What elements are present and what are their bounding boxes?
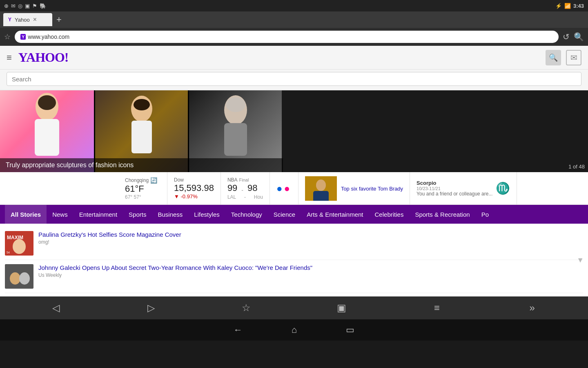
yahoo-favicon-icon: Y [20, 34, 26, 40]
hero-dark-area [282, 90, 588, 172]
dow-value: 15,593.98 [174, 183, 214, 193]
browser-controls: ◁ ▷ ☆ ▣ ≡ » [0, 296, 588, 319]
dow-change: ▼ -0.97% [174, 193, 214, 200]
nba-score-2: 98 [247, 183, 257, 193]
news-source-1: omg! [38, 239, 181, 245]
nba-scores: 99 - 98 [227, 183, 263, 193]
nba-score-1: 99 [227, 183, 237, 193]
address-actions: ↺ 🔍 [563, 32, 584, 42]
scorpio-dates: 10/23-11/21 [416, 186, 492, 191]
header-search-icon: 🔍 [549, 53, 558, 62]
svg-point-5 [134, 99, 150, 110]
browser-forward-button[interactable]: ▷ [142, 299, 160, 317]
svg-point-2 [38, 95, 56, 110]
android-back-button[interactable]: ← [234, 325, 243, 335]
nba-label: NBA Final [227, 177, 263, 183]
android-recent-button[interactable]: ▭ [346, 325, 354, 335]
search-bar [0, 70, 588, 90]
address-search-icon[interactable]: 🔍 [574, 32, 584, 42]
nba-widget[interactable]: NBA Final 99 - 98 LAL - Hou [221, 172, 270, 204]
scorpio-content: Scorpio 10/23-11/21 You and a friend or … [416, 180, 510, 197]
refresh-icon[interactable]: ↺ [563, 32, 570, 42]
svg-rect-1 [35, 119, 59, 156]
svg-point-14 [13, 239, 26, 254]
nav-item-sports-recreation[interactable]: Sports & Recreation [409, 205, 475, 224]
icon-app1: ⊕ [4, 3, 9, 9]
header-search-button[interactable]: 🔍 [546, 50, 561, 65]
weather-widget[interactable]: Chongqing 🔄 61°F 67° 57° [118, 172, 167, 204]
nav-item-entertainment[interactable]: Entertainment [74, 205, 123, 224]
svg-rect-11 [313, 191, 329, 201]
news-item-1[interactable]: MAXIM 54 Paulina Gretzky's Hot Selfies S… [5, 227, 583, 260]
tab-title: Yahoo [15, 17, 30, 23]
list-menu-icon: ≡ [434, 302, 440, 314]
address-input[interactable]: Y www.yahoo.com [15, 31, 559, 43]
tab-favicon: Y [8, 17, 11, 22]
tom-brady-link[interactable]: Top six favorite Tom Brady [341, 186, 403, 192]
nav-item-arts[interactable]: Arts & Entertainment [301, 205, 369, 224]
scorpio-widget[interactable]: Scorpio 10/23-11/21 You and a friend or … [410, 172, 517, 204]
tab-bar: Y Yahoo × + [0, 11, 588, 28]
weather-city: Chongqing [125, 177, 149, 183]
news-text-1: Paulina Gretzky's Hot Selfies Score Maga… [38, 231, 181, 245]
tom-brady-photo [305, 176, 337, 201]
weather-refresh-icon: 🔄 [150, 177, 157, 184]
browser-menu-button[interactable]: ≡ [428, 299, 446, 317]
nav-item-news[interactable]: News [47, 205, 74, 224]
hero-caption: Truly appropriate sculptures of fashion … [0, 158, 283, 172]
nav-item-technology[interactable]: Technology [225, 205, 268, 224]
flickr-dot-blue: ● [276, 183, 283, 194]
nav-item-all-stories[interactable]: All Stories [5, 205, 47, 224]
forward-circle-icon: ▷ [147, 302, 155, 314]
url-display: www.yahoo.com [28, 34, 69, 40]
android-recent-icon: ▭ [346, 325, 354, 335]
tab-close-button[interactable]: × [33, 16, 37, 23]
browser-bookmark-button[interactable]: ☆ [237, 299, 255, 317]
nba-teams: LAL - Hou [227, 194, 263, 200]
tabs-grid-icon: ▣ [337, 302, 346, 314]
search-input[interactable] [7, 72, 581, 86]
nav-item-lifestyles[interactable]: Lifestyles [188, 205, 225, 224]
header-mail-button[interactable]: ✉ [566, 50, 581, 65]
yahoo-logo[interactable]: YAHOO! [18, 50, 69, 65]
status-icons-right: ⚡ 📶 3:43 [555, 3, 584, 9]
nav-item-sports[interactable]: Sports [123, 205, 152, 224]
browser-more-button[interactable]: » [523, 299, 541, 317]
tab-yahoo[interactable]: Y Yahoo × [3, 13, 52, 26]
browser-back-button[interactable]: ◁ [47, 299, 65, 317]
hero-section[interactable]: Truly appropriate sculptures of fashion … [0, 90, 588, 172]
dow-label: Dow [174, 177, 214, 183]
nav-item-more[interactable]: Po [476, 205, 494, 224]
address-bar: ☆ Y www.yahoo.com ↺ 🔍 [0, 28, 588, 46]
tom-brady-widget[interactable]: Top six favorite Tom Brady [298, 172, 410, 204]
flickr-widget[interactable]: ● ● [270, 172, 298, 204]
star-bookmark-icon: ☆ [242, 302, 251, 314]
scorpio-title: Scorpio [416, 180, 492, 186]
back-circle-icon: ◁ [52, 302, 60, 314]
android-nav-bar: ← ⌂ ▭ [0, 319, 588, 341]
news-item-2[interactable]: Johnny Galecki Opens Up About Secret Two… [5, 260, 583, 293]
scorpio-info: Scorpio 10/23-11/21 You and a friend or … [416, 180, 492, 197]
icon-app2: ✉ [11, 3, 16, 9]
news-title-2[interactable]: Johnny Galecki Opens Up About Secret Two… [38, 264, 312, 271]
nav-item-celebrities[interactable]: Celebrities [369, 205, 410, 224]
android-home-button[interactable]: ⌂ [292, 325, 297, 335]
dow-widget[interactable]: Dow 15,593.98 ▼ -0.97% [167, 172, 221, 204]
weather-temp: 61°F [125, 184, 160, 194]
header-mail-icon: ✉ [570, 53, 577, 63]
nba-separator: - [244, 194, 246, 200]
nav-item-science[interactable]: Science [268, 205, 301, 224]
news-thumb-1: MAXIM 54 [5, 231, 33, 256]
hamburger-menu-icon[interactable]: ≡ [7, 52, 12, 63]
svg-rect-4 [131, 121, 152, 153]
yahoo-header: ≡ YAHOO! 🔍 ✉ [0, 46, 588, 70]
bookmark-star-icon[interactable]: ☆ [4, 32, 11, 41]
scroll-arrow: ▼ [577, 256, 584, 265]
flickr-dot-red: ● [284, 183, 290, 194]
browser-tabs-button[interactable]: ▣ [333, 299, 351, 317]
new-tab-button[interactable]: + [56, 14, 62, 25]
svg-point-18 [19, 272, 30, 285]
icon-app4: ▣ [25, 3, 30, 9]
nav-item-business[interactable]: Business [152, 205, 188, 224]
news-title-1[interactable]: Paulina Gretzky's Hot Selfies Score Maga… [38, 231, 181, 238]
